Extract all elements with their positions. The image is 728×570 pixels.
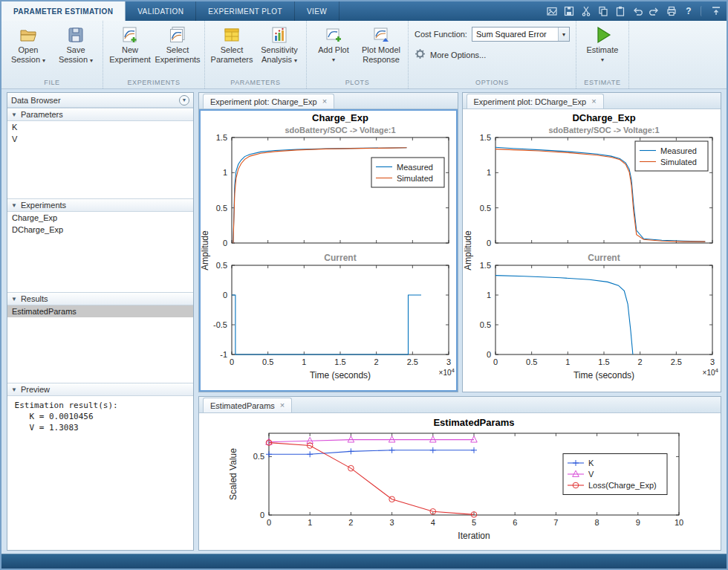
section-plots: Add Plot ▾ Plot Model Response PLOTS xyxy=(307,21,409,88)
print-icon[interactable] xyxy=(664,4,679,18)
parameters-list: K V xyxy=(7,121,193,198)
select-experiments-button[interactable]: Select Experiments xyxy=(154,23,201,77)
svg-text:0: 0 xyxy=(223,291,227,299)
more-options-label: More Options... xyxy=(430,51,486,59)
redo-icon[interactable] xyxy=(647,4,662,18)
svg-text:1.5: 1.5 xyxy=(479,133,490,142)
collapse-arrow-icon: ▼ xyxy=(11,296,17,302)
collapse-arrow-icon: ▼ xyxy=(11,111,17,118)
svg-text:1: 1 xyxy=(308,518,312,527)
close-icon[interactable]: × xyxy=(591,97,596,106)
estimatedparams-tabbar: EstimatedParams × xyxy=(199,397,721,413)
more-options-button[interactable]: More Options... xyxy=(415,48,570,61)
charge-exp-plot-body: Amplitude 00.511.5Charge_ExpsdoBattery/S… xyxy=(199,109,458,392)
dcharge-exp-document: Experiment plot: DCharge_Exp × Amplitude… xyxy=(462,92,722,392)
estimate-play-icon xyxy=(593,25,612,45)
tab-view[interactable]: VIEW xyxy=(295,1,339,21)
cost-function-dropdown[interactable]: Sum Squared Error ▾ xyxy=(472,27,570,42)
svg-text:0: 0 xyxy=(486,239,490,247)
select-experiments-icon xyxy=(168,25,187,45)
new-figure-icon[interactable] xyxy=(545,4,559,18)
cost-function-label: Cost Function: xyxy=(415,30,467,39)
add-plot-icon xyxy=(324,25,343,45)
results-section-header[interactable]: ▼ Results xyxy=(7,292,193,305)
charge-exp-tab[interactable]: Experiment plot: Charge_Exp × xyxy=(203,94,334,109)
dropdown-arrow-icon: ▾ xyxy=(42,57,45,64)
estimatedparams-tab[interactable]: EstimatedParams × xyxy=(203,398,292,412)
section-label-file: FILE xyxy=(1,77,103,88)
section-file: Open Session ▾ Save Session ▾ FILE xyxy=(1,21,103,88)
svg-text:2.5: 2.5 xyxy=(670,357,681,366)
sensitivity-analysis-button[interactable]: Sensitivity Analysis ▾ xyxy=(256,23,303,77)
ribbon-tabstrip: PARAMETER ESTIMATION VALIDATION EXPERIME… xyxy=(1,1,727,21)
svg-text:×104: ×104 xyxy=(439,367,455,377)
data-browser-panel: Data Browser ▼ ▼ Parameters K V ▼ Experi… xyxy=(7,92,194,551)
svg-text:3: 3 xyxy=(390,518,394,527)
copy-icon[interactable] xyxy=(596,4,611,18)
svg-text:5: 5 xyxy=(472,518,476,527)
help-icon[interactable]: ? xyxy=(681,4,696,18)
svg-text:Simulated: Simulated xyxy=(660,158,697,166)
document-area: Experiment plot: Charge_Exp × Amplitude … xyxy=(198,92,721,551)
list-item-K[interactable]: K xyxy=(7,121,193,133)
svg-text:V: V xyxy=(588,470,594,479)
svg-text:1.5: 1.5 xyxy=(598,357,609,366)
svg-text:9: 9 xyxy=(636,518,640,527)
svg-text:sdoBattery/SOC -> Voltage:1: sdoBattery/SOC -> Voltage:1 xyxy=(285,126,395,135)
save-session-button[interactable]: Save Session ▾ xyxy=(52,23,100,77)
paste-icon[interactable] xyxy=(613,4,628,18)
chart-dcharge-current: 00.511.522.5300.511.5CurrentTime (second… xyxy=(469,250,721,390)
list-item-V[interactable]: V xyxy=(7,133,193,145)
svg-text:Loss(Charge_Exp): Loss(Charge_Exp) xyxy=(588,481,657,490)
plot-model-response-button[interactable]: Plot Model Response xyxy=(357,23,405,77)
svg-text:0: 0 xyxy=(223,239,227,247)
undo-icon[interactable] xyxy=(630,4,645,18)
svg-text:Charge_Exp: Charge_Exp xyxy=(312,112,368,123)
tab-parameter-estimation[interactable]: PARAMETER ESTIMATION xyxy=(1,1,126,21)
estimate-button[interactable]: Estimate ▾ xyxy=(579,23,625,77)
svg-text:2: 2 xyxy=(374,357,379,366)
tab-validation[interactable]: VALIDATION xyxy=(126,1,196,21)
svg-text:1: 1 xyxy=(486,291,490,299)
minimize-toolstrip-icon[interactable] xyxy=(709,4,724,18)
list-item-dcharge-exp[interactable]: DCharge_Exp xyxy=(7,224,193,236)
charge-exp-document: Experiment plot: Charge_Exp × Amplitude … xyxy=(198,92,458,392)
status-bar xyxy=(1,554,727,569)
save-icon[interactable] xyxy=(562,4,576,18)
svg-text:0.5: 0.5 xyxy=(526,357,537,366)
workspace: Data Browser ▼ ▼ Parameters K V ▼ Experi… xyxy=(1,89,727,554)
tab-experiment-plot[interactable]: EXPERIMENT PLOT xyxy=(196,1,295,21)
svg-text:Measured: Measured xyxy=(397,163,433,172)
open-session-button[interactable]: Open Session ▾ xyxy=(4,23,52,77)
estimatedparams-plot-body: 01234567891000.5EstimatedParamsIteration… xyxy=(199,413,721,550)
plot-model-response-icon xyxy=(371,25,391,45)
svg-text:0.5: 0.5 xyxy=(479,320,490,329)
cut-icon[interactable] xyxy=(579,4,594,18)
preview-content: Estimation result(s): K = 0.0010456 V = … xyxy=(7,396,193,550)
dcharge-exp-tab[interactable]: Experiment plot: DCharge_Exp × xyxy=(467,94,604,109)
qat-separator xyxy=(701,6,706,16)
svg-text:-1: -1 xyxy=(220,350,227,359)
experiments-section-header[interactable]: ▼ Experiments xyxy=(7,198,193,212)
preview-section-header[interactable]: ▼ Preview xyxy=(7,383,193,396)
close-icon[interactable]: × xyxy=(322,97,327,106)
list-item-charge-exp[interactable]: Charge_Exp xyxy=(7,212,193,224)
parameters-section-header[interactable]: ▼ Parameters xyxy=(7,108,193,121)
svg-text:×104: ×104 xyxy=(702,367,718,377)
list-item-estimatedparams[interactable]: EstimatedParams xyxy=(7,305,193,317)
close-icon[interactable]: × xyxy=(280,401,285,409)
svg-text:K: K xyxy=(588,459,594,467)
svg-text:4: 4 xyxy=(431,518,435,527)
svg-text:0: 0 xyxy=(230,357,234,366)
svg-text:Time (seconds): Time (seconds) xyxy=(573,370,634,380)
svg-text:DCharge_Exp: DCharge_Exp xyxy=(572,112,635,123)
experiment-plots-row: Experiment plot: Charge_Exp × Amplitude … xyxy=(198,92,721,392)
svg-text:Current: Current xyxy=(588,253,620,263)
new-experiment-button[interactable]: New Experiment xyxy=(106,23,154,77)
svg-text:6: 6 xyxy=(513,518,517,527)
app-window: PARAMETER ESTIMATION VALIDATION EXPERIME… xyxy=(0,0,728,570)
data-browser-menu-button[interactable]: ▼ xyxy=(179,95,189,106)
dcharge-exp-tabbar: Experiment plot: DCharge_Exp × xyxy=(463,93,721,109)
add-plot-button[interactable]: Add Plot ▾ xyxy=(310,23,357,77)
select-parameters-button[interactable]: Select Parameters xyxy=(208,23,256,77)
